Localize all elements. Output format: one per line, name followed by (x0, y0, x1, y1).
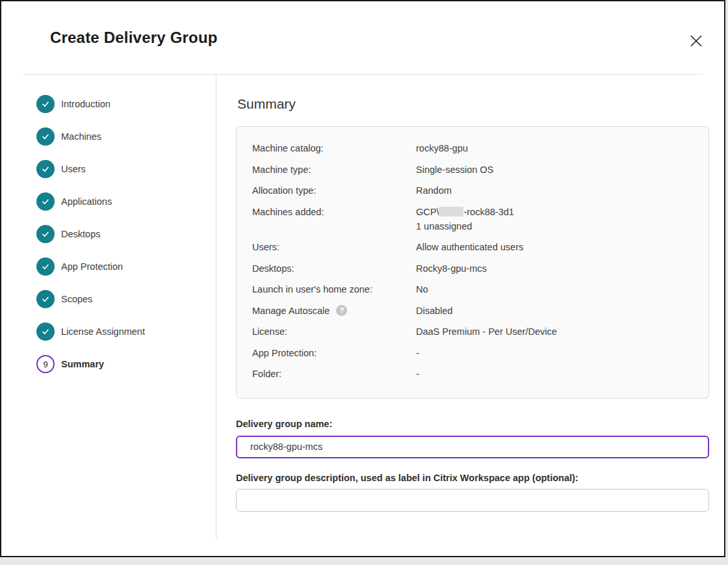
delivery-group-name-label: Delivery group name: (236, 419, 709, 429)
redacted-text (439, 207, 463, 217)
sidebar-item-introduction[interactable]: Introduction (36, 88, 216, 120)
step-complete-icon (36, 290, 55, 308)
summary-row: Users: Allow authenticated users (252, 240, 693, 254)
delivery-group-description-label: Delivery group description, used as labe… (236, 473, 709, 483)
sidebar-item-scopes[interactable]: Scopes (36, 283, 216, 315)
summary-row-value: Random (416, 183, 693, 198)
sidebar-item-users[interactable]: Users (36, 153, 216, 185)
sidebar-item-label: App Protection (61, 261, 123, 272)
step-complete-icon (36, 160, 55, 178)
page-title: Create Delivery Group (50, 29, 218, 47)
summary-row: Machine type: Single-session OS (252, 163, 693, 177)
summary-row-label: App Protection: (252, 346, 416, 360)
summary-row-value: Allow authenticated users (416, 240, 693, 254)
summary-row: Desktops: Rocky8-gpu-mcs (252, 261, 693, 276)
summary-row-value: Rocky8-gpu-mcs (416, 261, 693, 276)
close-icon (689, 34, 703, 48)
summary-row-label: Desktops: (252, 261, 416, 276)
delivery-group-name-input[interactable] (236, 436, 709, 458)
summary-row-value: rocky88-gpu (416, 141, 693, 155)
sidebar-item-label: Users (61, 164, 86, 174)
summary-row-label: Launch in user's home zone: (252, 282, 416, 296)
sidebar-item-label: License Assignment (61, 326, 145, 337)
close-button[interactable] (688, 33, 705, 49)
step-complete-icon (36, 225, 55, 243)
summary-row-value: No (416, 282, 693, 296)
sidebar-item-app-protection[interactable]: App Protection (36, 250, 216, 283)
summary-row-value: DaaS Premium - Per User/Device (416, 324, 693, 339)
summary-row: License: DaaS Premium - Per User/Device (252, 324, 693, 339)
summary-row: Machine catalog: rocky88-gpu (252, 141, 693, 155)
sidebar-item-desktops[interactable]: Desktops (36, 218, 216, 250)
delivery-group-description-input[interactable] (236, 489, 709, 512)
machines-added-prefix: GCP\ (416, 207, 439, 217)
summary-row-label: Folder: (252, 367, 416, 381)
summary-row-value: - (416, 367, 693, 381)
sidebar-item-label: Introduction (61, 99, 110, 109)
summary-row-label: Machines added: (252, 205, 416, 233)
summary-row-label: Allocation type: (252, 183, 416, 198)
machines-added-line2: 1 unassigned (416, 221, 472, 231)
summary-row: Allocation type: Random (252, 183, 693, 198)
summary-row-label: Machine type: (252, 163, 416, 177)
summary-row-value: GCP\-rock88-3d1 1 unassigned (416, 205, 693, 233)
summary-row-value: Disabled (416, 304, 693, 318)
summary-row: Machines added: GCP\-rock88-3d1 1 unassi… (252, 205, 693, 233)
summary-row: App Protection: - (252, 346, 693, 360)
sidebar-item-label: Applications (61, 196, 112, 207)
step-complete-icon (36, 257, 55, 276)
summary-row: Folder: - (252, 367, 693, 381)
summary-row-label: Users: (252, 240, 416, 254)
summary-page: Summary Machine catalog: rocky88-gpu Mac… (216, 75, 724, 556)
step-complete-icon (36, 127, 55, 146)
summary-row-value: - (416, 346, 693, 360)
create-delivery-group-dialog: Create Delivery Group Introduction (0, 0, 725, 557)
summary-panel: Machine catalog: rocky88-gpu Machine typ… (236, 126, 709, 399)
summary-row-label: Manage Autoscale ? (252, 304, 416, 318)
sidebar-item-label: Desktops (61, 229, 100, 239)
summary-row-value: Single-session OS (416, 163, 693, 177)
sidebar-item-machines[interactable]: Machines (36, 120, 216, 153)
dialog-header: Create Delivery Group (1, 1, 724, 74)
sidebar-item-license-assignment[interactable]: License Assignment (36, 315, 216, 348)
summary-row: Launch in user's home zone: No (252, 282, 693, 296)
step-complete-icon (36, 322, 55, 341)
sidebar-item-summary[interactable]: 9 Summary (36, 348, 216, 380)
summary-row-label: License: (252, 324, 416, 339)
step-number-badge: 9 (36, 355, 55, 373)
summary-heading: Summary (237, 96, 724, 112)
sidebar-item-label: Summary (61, 359, 104, 369)
sidebar-item-applications[interactable]: Applications (36, 185, 216, 218)
machines-added-suffix: -rock88-3d1 (463, 207, 514, 217)
summary-row-label: Machine catalog: (252, 141, 416, 155)
sidebar-item-label: Scopes (61, 294, 92, 304)
summary-row: Manage Autoscale ? Disabled (252, 304, 693, 318)
step-complete-icon (36, 95, 55, 113)
wizard-steps-sidebar: Introduction Machines Users Applications (1, 75, 216, 540)
help-icon[interactable]: ? (336, 305, 347, 316)
sidebar-item-label: Machines (61, 131, 101, 142)
step-complete-icon (36, 192, 55, 211)
